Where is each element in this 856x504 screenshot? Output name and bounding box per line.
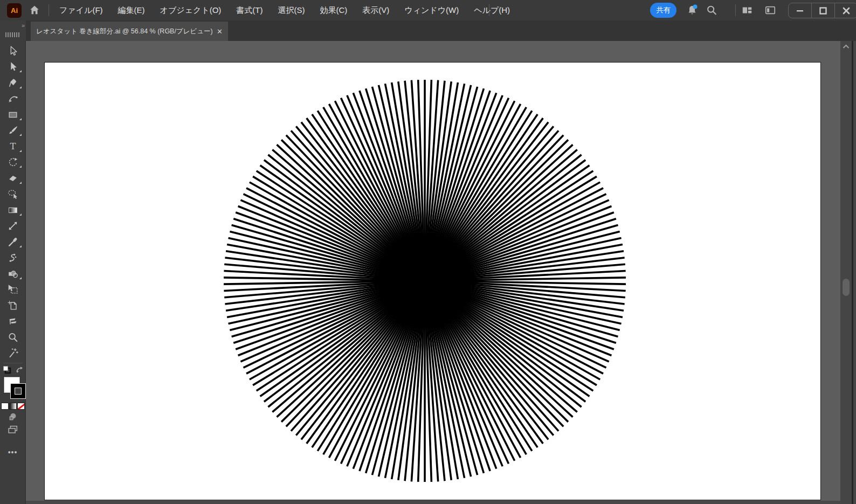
share-button-label: 共有: [657, 5, 671, 15]
rotate-tool-icon: [7, 156, 19, 168]
app-logo-text: Ai: [11, 6, 18, 15]
fill-stroke-mini-controls: [0, 365, 26, 375]
type-tool[interactable]: T: [0, 139, 26, 155]
notification-dot: [693, 5, 698, 9]
gradient-button[interactable]: [9, 403, 17, 410]
default-fill-stroke-button[interactable]: [3, 365, 12, 375]
color-button[interactable]: [1, 403, 9, 410]
rotate-tool[interactable]: [0, 155, 26, 171]
scroll-up-chevron-icon[interactable]: [843, 44, 850, 49]
share-button[interactable]: 共有: [650, 3, 676, 18]
menu-edit[interactable]: 編集(E): [111, 0, 153, 20]
join-tool[interactable]: [0, 314, 26, 330]
free-transform-tool[interactable]: [0, 282, 26, 298]
menubar-separator: [489, 4, 489, 16]
swap-fill-stroke-button[interactable]: [16, 366, 24, 374]
shape-builder-tool[interactable]: [0, 266, 26, 282]
app-logo[interactable]: Ai: [7, 3, 22, 18]
rectangle-tool-icon: [7, 109, 19, 121]
vertical-scrollbar-thumb[interactable]: [843, 279, 850, 296]
close-button[interactable]: [834, 3, 856, 18]
selection-tool[interactable]: [0, 43, 26, 59]
arrange-documents-icon: [764, 4, 776, 16]
main-menu: ファイル(F) 編集(E) オブジェクト(O) 書式(T) 選択(S) 効果(C…: [52, 0, 517, 20]
toolbar-collapse-button[interactable]: »: [22, 22, 24, 29]
color-type-buttons: [1, 403, 25, 410]
menu-window[interactable]: ウィンドウ(W): [397, 0, 466, 20]
toolbar-grip-handle[interactable]: [5, 32, 20, 37]
draw-mode-button[interactable]: [0, 410, 26, 423]
direct-selection-tool[interactable]: [0, 59, 26, 75]
radial-burst-artwork: [45, 63, 820, 500]
menu-object[interactable]: オブジェクト(O): [153, 0, 229, 20]
minimize-button[interactable]: [789, 3, 811, 18]
document-tab-title: レオスタット 巻き線部分.ai @ 56.84 % (RGB/プレビュー): [36, 27, 212, 36]
puppet-warp-tool[interactable]: [0, 250, 26, 266]
change-screen-mode-button[interactable]: [0, 423, 26, 436]
scale-tool-icon: [7, 220, 19, 232]
scale-tool[interactable]: [0, 218, 26, 234]
window-controls: [788, 3, 856, 18]
arrange-documents-button[interactable]: [764, 4, 777, 17]
eraser-tool[interactable]: [0, 170, 26, 187]
workspace-switcher-button[interactable]: [741, 4, 754, 17]
draw-mode-icon: [8, 411, 18, 422]
document-tab[interactable]: レオスタット 巻き線部分.ai @ 56.84 % (RGB/プレビュー) ✕: [31, 22, 228, 41]
menu-view[interactable]: 表示(V): [355, 0, 397, 20]
menu-help[interactable]: ヘルプ(H): [466, 0, 517, 20]
close-icon: [842, 6, 851, 15]
direct-selection-tool-icon: [7, 61, 19, 73]
pen-tool-icon: [7, 77, 19, 89]
tab-close-button[interactable]: ✕: [217, 27, 223, 36]
eyedropper-tool-icon: [7, 236, 19, 248]
edit-toolbar-button[interactable]: •••: [8, 448, 18, 457]
menu-type[interactable]: 書式(T): [229, 0, 270, 20]
pen-tool[interactable]: [0, 75, 26, 91]
none-button[interactable]: [17, 403, 25, 410]
puppet-warp-tool-icon: [7, 252, 19, 264]
home-button[interactable]: [28, 4, 41, 17]
gradient-tool-icon: [7, 204, 19, 216]
canvas-area[interactable]: [26, 41, 840, 504]
horizontal-scrollbar-track[interactable]: [26, 501, 840, 504]
svg-text:T: T: [10, 141, 16, 151]
menubar-separator: [735, 4, 736, 16]
menu-bar: Ai ファイル(F) 編集(E) オブジェクト(O) 書式(T) 選択(S) 効…: [0, 0, 856, 20]
artboard-tool[interactable]: [0, 298, 26, 314]
gradient-tool[interactable]: [0, 202, 26, 218]
eraser-tool-icon: [7, 172, 19, 184]
curvature-tool[interactable]: [0, 91, 26, 107]
stroke-swatch[interactable]: [11, 384, 25, 398]
menu-select[interactable]: 選択(S): [271, 0, 313, 20]
search-button[interactable]: [705, 4, 718, 17]
artboard[interactable]: [44, 62, 821, 500]
menu-effect[interactable]: 効果(C): [313, 0, 355, 20]
shaper-tool-icon: [7, 188, 19, 200]
tools-panel: T: [0, 41, 26, 504]
paintbrush-tool[interactable]: [0, 123, 26, 139]
notifications-button[interactable]: [686, 4, 699, 17]
vertical-scrollbar[interactable]: [840, 41, 852, 504]
maximize-button[interactable]: [811, 3, 834, 18]
workspace-switcher-icon: [741, 4, 753, 16]
shape-builder-tool-icon: [7, 268, 19, 280]
search-icon: [706, 4, 717, 16]
curvature-tool-icon: [7, 93, 19, 105]
minimize-icon: [796, 6, 804, 15]
shaper-tool[interactable]: [0, 187, 26, 203]
zoom-tool[interactable]: [0, 329, 26, 346]
home-icon: [29, 4, 40, 16]
fill-stroke-indicator: [1, 376, 25, 401]
window-right-edge: [852, 41, 856, 504]
magic-wand-tool[interactable]: [0, 346, 26, 362]
rectangle-tool[interactable]: [0, 107, 26, 123]
toolbar-header: »: [0, 20, 26, 41]
magic-wand-tool-icon: [7, 347, 19, 359]
toolbar-divider: [3, 363, 23, 363]
type-tool-icon: T: [7, 141, 19, 153]
menu-file[interactable]: ファイル(F): [52, 0, 111, 20]
maximize-icon: [819, 6, 827, 15]
eyedropper-tool[interactable]: [0, 234, 26, 250]
document-tab-bar: » レオスタット 巻き線部分.ai @ 56.84 % (RGB/プレビュー) …: [0, 20, 856, 41]
join-tool-icon: [7, 315, 19, 327]
